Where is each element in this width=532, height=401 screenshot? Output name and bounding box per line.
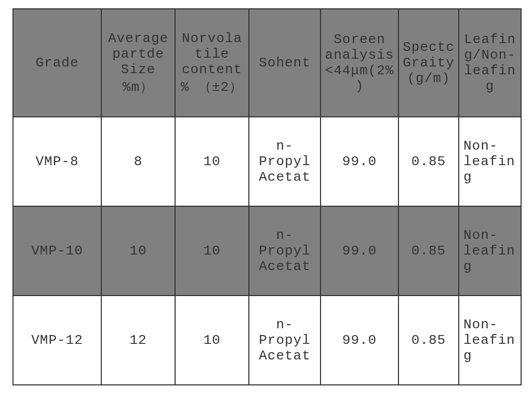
header-grade: Grade <box>13 9 101 117</box>
cell-grade: VMP-10 <box>13 206 101 296</box>
cell-leafing: Non-leafing <box>459 117 521 206</box>
table-body: VMP-8 8 10 n-Propyl Acetat 99.0 0.85 Non… <box>13 117 521 385</box>
cell-grade: VMP-8 <box>13 117 101 206</box>
cell-nv: 10 <box>175 117 249 206</box>
cell-sohent: n-Propyl Acetat <box>249 296 321 385</box>
cell-screen: 99.0 <box>321 206 398 296</box>
cell-grade: VMP-12 <box>13 296 101 385</box>
table-row: VMP-10 10 10 n-Propyl Acetat 99.0 0.85 N… <box>13 206 521 296</box>
cell-screen: 99.0 <box>321 296 398 385</box>
table-row: VMP-8 8 10 n-Propyl Acetat 99.0 0.85 Non… <box>13 117 521 206</box>
header-specific-gravity: Spectc Graity (g/m) <box>398 9 459 117</box>
table-container: Grade Average partde Size %m） Norvolatil… <box>0 0 532 394</box>
header-nonvolatile: Norvolatile content % （±2） <box>175 9 249 117</box>
table-row: VMP-12 12 10 n-Propyl Acetat 99.0 0.85 N… <box>13 296 521 385</box>
cell-size: 12 <box>101 296 175 385</box>
cell-sohent: n-Propyl Acetat <box>249 117 321 206</box>
cell-sohent: n-Propyl Acetat <box>249 206 321 296</box>
cell-size: 10 <box>101 206 175 296</box>
header-row: Grade Average partde Size %m） Norvolatil… <box>13 9 521 117</box>
cell-screen: 99.0 <box>321 117 398 206</box>
cell-sg: 0.85 <box>398 296 459 385</box>
cell-leafing: Non-leafing <box>459 296 521 385</box>
cell-leafing: Non-leafing <box>459 206 521 296</box>
spec-table: Grade Average partde Size %m） Norvolatil… <box>12 8 522 385</box>
header-sohent: Sohent <box>249 9 321 117</box>
cell-size: 8 <box>101 117 175 206</box>
header-leafing: Leafing/Non-leafing <box>459 9 521 117</box>
cell-sg: 0.85 <box>398 117 459 206</box>
table-head: Grade Average partde Size %m） Norvolatil… <box>13 9 521 117</box>
cell-nv: 10 <box>175 296 249 385</box>
cell-sg: 0.85 <box>398 206 459 296</box>
cell-nv: 10 <box>175 206 249 296</box>
header-size: Average partde Size %m） <box>101 9 175 117</box>
header-screen: Soreen analysis <44μm(2%) <box>321 9 398 117</box>
